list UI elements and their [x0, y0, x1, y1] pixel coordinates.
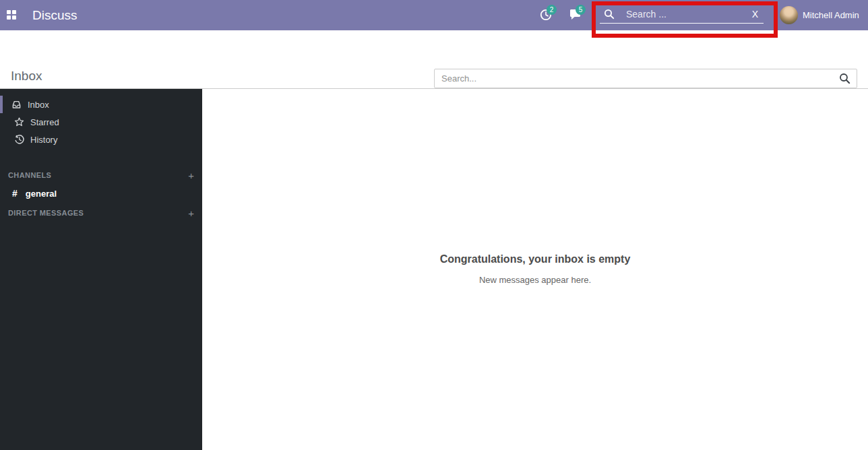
apps-menu-square: [7, 10, 11, 14]
channel-name: general: [26, 189, 57, 199]
sidebar-item-label: Inbox: [28, 100, 49, 110]
apps-menu-square: [7, 15, 11, 20]
app-name[interactable]: Discuss: [32, 0, 78, 30]
avatar: [780, 6, 798, 24]
top-navbar: Discuss 2 5 X Mitchell Admin: [0, 0, 868, 30]
add-direct-message-button[interactable]: +: [188, 208, 194, 218]
add-channel-button[interactable]: +: [188, 170, 194, 181]
user-menu[interactable]: Mitchell Admin: [780, 0, 859, 30]
navbar-search: X: [600, 5, 764, 24]
control-panel: Inbox Mark all read Filters Favorites: [0, 30, 868, 89]
messages-count-badge[interactable]: 5: [576, 5, 586, 15]
sidebar-channel-general[interactable]: # general: [0, 185, 202, 202]
search-input[interactable]: [435, 73, 836, 84]
user-name: Mitchell Admin: [803, 10, 859, 20]
channels-header-label[interactable]: CHANNELS: [8, 171, 51, 179]
empty-state-subtitle: New messages appear here.: [202, 275, 868, 285]
search-icon: [604, 9, 615, 20]
direct-messages-header-label[interactable]: DIRECT MESSAGES: [8, 209, 84, 217]
activities-count-badge[interactable]: 2: [547, 5, 557, 15]
history-icon: [14, 135, 24, 144]
breadcrumb: Inbox: [11, 69, 42, 84]
empty-state-title: Congratulations, your inbox is empty: [202, 253, 868, 265]
apps-menu-square: [12, 15, 16, 20]
search-submit-button[interactable]: [836, 73, 857, 84]
sidebar-item-label: Starred: [30, 117, 59, 127]
navbar-search-close-icon[interactable]: X: [752, 9, 758, 20]
search-icon: [839, 73, 850, 84]
star-icon: [14, 117, 24, 127]
search-box: [434, 69, 857, 88]
inbox-content-area: Congratulations, your inbox is empty New…: [202, 89, 868, 450]
discuss-sidebar: Inbox Starred History CHANNELS + # gener…: [0, 89, 202, 450]
apps-menu-square: [12, 10, 16, 14]
sidebar-item-starred[interactable]: Starred: [0, 113, 202, 131]
channels-section-header: CHANNELS +: [0, 169, 202, 181]
hash-icon: #: [12, 188, 18, 199]
sidebar-item-history[interactable]: History: [0, 131, 202, 148]
direct-messages-section-header: DIRECT MESSAGES +: [0, 207, 202, 219]
navbar-search-input[interactable]: [626, 9, 752, 20]
sidebar-item-inbox[interactable]: Inbox: [0, 96, 202, 113]
sidebar-item-label: History: [30, 135, 57, 145]
apps-menu-icon[interactable]: [7, 10, 17, 20]
inbox-icon: [11, 100, 22, 109]
